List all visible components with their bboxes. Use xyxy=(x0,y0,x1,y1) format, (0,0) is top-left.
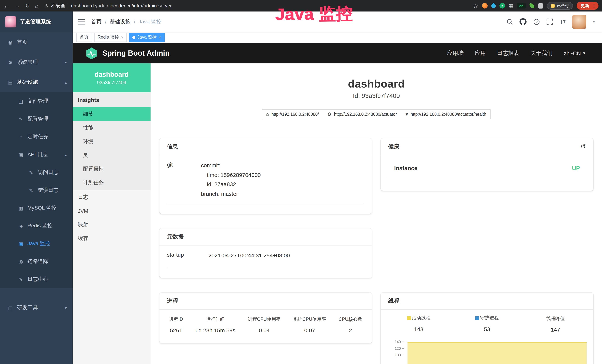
instance-id: 93a3fc7f7409 xyxy=(97,80,126,85)
sidebar-item-error-log[interactable]: ✎ 错误日志 xyxy=(0,181,73,199)
sba-menu-item-environment[interactable]: 环境 xyxy=(73,135,150,148)
app-title: 芋道管理系统 xyxy=(20,19,51,25)
hamburger-icon[interactable] xyxy=(78,19,85,24)
sidebar-item-label: 定时任务 xyxy=(27,134,48,140)
sba-menu-item-jvm[interactable]: JVM xyxy=(73,204,150,218)
sidebar-item-log-center[interactable]: ✎ 日志中心 xyxy=(0,270,73,288)
health-url-link[interactable]: ♥ http://192.168.0.2:48080/actuator/heal… xyxy=(401,109,491,119)
sba-nav-about[interactable]: 关于我们 xyxy=(530,50,552,57)
user-avatar[interactable] xyxy=(572,15,586,29)
font-size-icon[interactable]: TT xyxy=(559,18,566,25)
spring-boot-admin-logo-icon[interactable] xyxy=(85,47,98,60)
update-button[interactable]: 更新 ⋮ xyxy=(577,2,599,10)
sba-nav-wallboard[interactable]: 应用墙 xyxy=(447,50,463,57)
sidebar-item-label: 研发工具 xyxy=(17,304,38,311)
sidebar-item-label: Redis 监控 xyxy=(27,223,53,229)
sba-brand-title[interactable]: Spring Boot Admin xyxy=(102,49,170,57)
search-icon[interactable] xyxy=(506,19,513,25)
service-url-link[interactable]: ⌂ http://192.168.0.2:48080/ xyxy=(262,109,323,119)
sba-menu-item-classes[interactable]: 类 xyxy=(73,148,150,162)
sidebar-item-system[interactable]: ⚙ 系统管理 ▾ xyxy=(0,52,73,72)
threads-card: 线程 活动线程 143 守护进程 xyxy=(381,292,593,364)
clock-icon: ◔ xyxy=(18,134,24,140)
tag-home[interactable]: 首页 xyxy=(76,33,92,42)
sidebar-item-mysql-monitor[interactable]: ▦ MySQL 监控 xyxy=(0,199,73,217)
url-text[interactable]: dashboard.yudao.iocoder.cn/infra/admin-s… xyxy=(71,3,172,9)
metadata-card: 元数据 startup 2021-04-27T00:44:31.254+08:0… xyxy=(160,228,372,278)
dashboard-icon: ◉ xyxy=(7,40,13,45)
grid-extension-icon[interactable]: ▦ xyxy=(509,3,513,9)
app-logo-row[interactable]: 芋道管理系统 xyxy=(0,11,73,32)
breadcrumb-current: Java 监控 xyxy=(139,18,161,25)
sidebar-item-label: 访问日志 xyxy=(38,169,59,176)
sidebar-item-home[interactable]: ◉ 首页 xyxy=(0,32,73,52)
tag-label: 首页 xyxy=(80,34,89,40)
security-label[interactable]: 不安全 xyxy=(51,2,65,9)
sidebar-item-java-monitor[interactable]: ▣ Java 监控 xyxy=(0,235,73,253)
update-label: 更新 xyxy=(581,3,589,9)
process-card: 进程 进程ID 5261 运行时间 xyxy=(160,292,372,343)
sba-menu-item-details[interactable]: 细节 xyxy=(73,107,150,121)
reload-icon[interactable]: ↻ xyxy=(25,3,30,9)
sba-menu-item-metrics[interactable]: 性能 xyxy=(73,121,150,135)
sba-menu-item-caches[interactable]: 缓存 xyxy=(73,231,150,245)
sidebar-item-file-manage[interactable]: ◫ 文件管理 xyxy=(0,92,73,110)
github-icon[interactable] xyxy=(519,18,527,25)
bookmark-star-icon[interactable]: ☆ xyxy=(473,3,478,9)
threads-card-title: 线程 xyxy=(381,292,593,310)
sba-menu-item-scheduled-tasks[interactable]: 计划任务 xyxy=(73,176,150,190)
on-badge-extension-icon[interactable]: on xyxy=(517,3,526,9)
avatar-caret-icon[interactable]: ▾ xyxy=(593,20,595,24)
sidebar-item-redis-monitor[interactable]: ◈ Redis 监控 xyxy=(0,217,73,235)
help-icon[interactable]: ? xyxy=(533,18,540,25)
breadcrumb-home[interactable]: 首页 xyxy=(91,18,102,25)
fullscreen-icon[interactable] xyxy=(547,19,553,25)
monitor-icon: ▤ xyxy=(7,80,13,85)
topbar-actions: ? TT ▾ xyxy=(506,15,595,29)
breadcrumb-infra[interactable]: 基础设施 xyxy=(110,18,130,25)
paused-badge[interactable]: 已暂停 xyxy=(547,2,573,10)
sidebar-item-access-log[interactable]: ✎ 访问日志 xyxy=(0,163,73,181)
metadata-key: startup xyxy=(167,251,208,260)
sidebar-item-infra[interactable]: ▤ 基础设施 ▴ xyxy=(0,72,73,92)
browser-home-icon[interactable]: ⌂ xyxy=(35,3,38,9)
green-extension-icon[interactable]: Y xyxy=(499,3,505,9)
actuator-url-link[interactable]: ⚙ http://192.168.0.2:48080/actuator xyxy=(323,109,401,119)
close-icon[interactable]: × xyxy=(159,35,161,40)
log-icon: ▣ xyxy=(18,152,24,157)
sba-nav-applications[interactable]: 应用 xyxy=(475,50,486,57)
info-git-row: git commit: time: 1596289704000 id: 27aa… xyxy=(167,161,365,204)
sba-menu-item-logs[interactable]: 日志 xyxy=(73,190,150,204)
forward-icon[interactable]: → xyxy=(14,3,20,9)
orange-extension-icon[interactable] xyxy=(482,3,487,9)
history-icon[interactable]: ↺ xyxy=(581,143,586,150)
tag-java-monitor[interactable]: Java 监控 × xyxy=(129,33,164,42)
legend-daemon-threads: 守护进程 53 xyxy=(453,315,521,332)
sidebar-item-cron-job[interactable]: ◔ 定时任务 xyxy=(0,128,73,146)
instance-header[interactable]: dashboard 93a3fc7f7409 xyxy=(73,64,150,92)
sba-menu-item-config-props[interactable]: 配置属性 xyxy=(73,162,150,176)
sidebar-item-config-manage[interactable]: ✎ 配置管理 xyxy=(0,110,73,128)
health-instance-row[interactable]: Instance UP xyxy=(387,162,587,177)
leaf-extension-icon[interactable] xyxy=(529,3,534,8)
security-warning-icon: ⚠ xyxy=(44,3,48,8)
sba-nav-journal[interactable]: 日志报表 xyxy=(497,50,519,57)
yellow-legend-swatch-icon xyxy=(407,316,411,320)
sidebar-item-api-log[interactable]: ▣ API 日志 ▴ xyxy=(0,146,73,163)
sba-menu-item-mappings[interactable]: 映射 xyxy=(73,218,150,231)
close-icon[interactable]: × xyxy=(121,35,123,40)
back-icon[interactable]: ← xyxy=(4,3,9,9)
sidebar-item-dev-tools[interactable]: ▢ 研发工具 ▾ xyxy=(0,298,73,318)
browser-menu-icon[interactable]: ⋮ xyxy=(592,3,596,8)
health-row-label: Instance xyxy=(394,165,418,172)
sba-menu-section-insights[interactable]: Insights xyxy=(73,92,150,107)
info-key: git xyxy=(167,161,201,198)
puzzle-extensions-icon[interactable] xyxy=(538,3,543,8)
metadata-value: 2021-04-27T00:44:31.254+08:00 xyxy=(208,251,290,260)
sidebar-item-tracing[interactable]: ◎ 链路追踪 xyxy=(0,253,73,270)
tag-redis-monitor[interactable]: Redis 监控 × xyxy=(94,33,127,42)
info-card-title: 信息 xyxy=(160,138,372,155)
drop-extension-icon[interactable] xyxy=(490,3,496,9)
sba-language-select[interactable]: zh~CN ▾ xyxy=(564,50,585,56)
address-bar[interactable]: ⚠ 不安全 dashboard.yudao.iocoder.cn/infra/a… xyxy=(42,2,469,9)
